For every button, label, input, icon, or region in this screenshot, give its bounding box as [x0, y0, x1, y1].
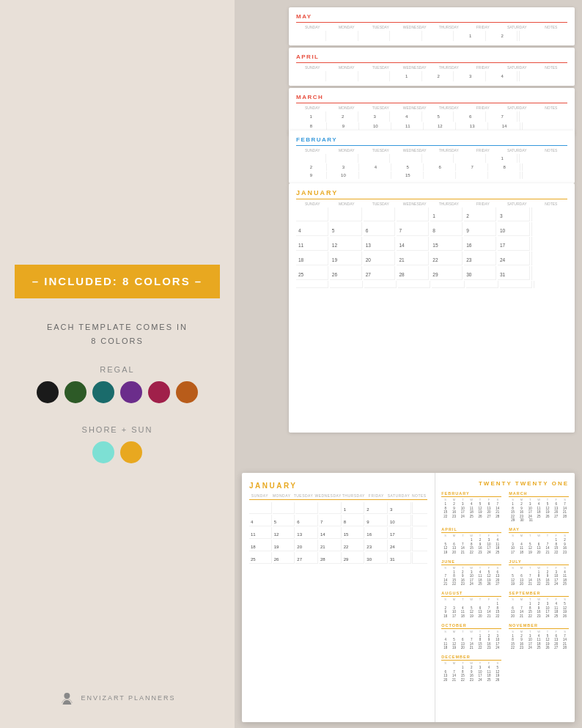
cal-march-title: MARCH [296, 94, 567, 100]
large-january-page: JANUARY SUNDAY MONDAY TUESDAY WEDNESDAY … [242, 473, 435, 722]
brand-text: ENVIZART PLANNERS [81, 694, 175, 702]
year-overview-page: TWENTY TWENTY ONE FEBRUARY S M T W T F S [435, 473, 575, 722]
mini-cal-dec: DECEMBER SMTWTFS 12345 6789101112 131415… [441, 655, 501, 682]
mini-cal-nov: NOVEMBER SMTWTFS 1234567 891011121314 15… [509, 623, 569, 650]
svg-point-0 [64, 693, 70, 699]
color-dot-green [65, 381, 86, 403]
brand-icon [59, 690, 75, 706]
stacked-calendars: MAY SUNDAY MONDAY TUESDAY WEDNESDAY THUR… [289, 7, 575, 447]
brand: ENVIZART PLANNERS [59, 690, 175, 706]
mini-cal-jul: JULY SMTWTFS 1234 567891011 121314151617… [509, 559, 569, 587]
cal-april: APRIL SUNDAY MONDAY TUESDAY WEDNESDAY TH… [289, 48, 575, 86]
color-dot-teal [92, 381, 114, 403]
color-dot-purple [120, 381, 142, 403]
cal-may: MAY SUNDAY MONDAY TUESDAY WEDNESDAY THUR… [289, 7, 575, 45]
subtitle: EACH TEMPLATE COMES IN 8 COLORS [47, 320, 188, 348]
left-panel: – INCLUDED: 8 COLORS – EACH TEMPLATE COM… [0, 0, 235, 728]
large-spread: JANUARY SUNDAY MONDAY TUESDAY WEDNESDAY … [242, 473, 575, 722]
cal-january-small: JANUARY SUNDAY MONDAY TUESDAY WEDNESDAY … [289, 183, 575, 433]
mini-cal-jun: JUNE SMTWTFS 123456 78910111213 14151617… [441, 559, 501, 587]
cal-april-title: APRIL [296, 54, 567, 60]
large-january-title: JANUARY [249, 482, 427, 490]
cal-may-title: MAY [296, 13, 567, 20]
regal-label: REGAL [100, 365, 134, 374]
color-dot-yellow [120, 441, 142, 463]
color-dot-black [37, 381, 59, 403]
cal-march: MARCH SUNDAY MONDAY TUESDAY WEDNESDAY TH… [289, 88, 575, 134]
mini-cal-oct: OCTOBER SMTWTFS 123 45678910 11121314151… [441, 623, 501, 650]
right-panel: MAY SUNDAY MONDAY TUESDAY WEDNESDAY THUR… [235, 0, 582, 728]
regal-colors [37, 381, 198, 403]
color-dot-cyan [92, 441, 114, 463]
year-title: TWENTY TWENTY ONE [441, 480, 569, 487]
color-dot-orange [176, 381, 198, 403]
shore-label: SHORE + SUN [82, 425, 153, 434]
mini-cal-aug: AUGUST SMTWTFS 1 2345678 9101112131415 1… [441, 591, 501, 618]
color-dot-crimson [148, 381, 170, 403]
mini-cal-mar: MARCH SMTWTFS 1234567 891011121314 15161… [509, 491, 569, 522]
banner: – INCLUDED: 8 COLORS – [15, 265, 220, 298]
mini-calendars-grid: FEBRUARY S M T W T F S 1234567 891011121… [441, 491, 569, 682]
cal-february: FEBRUARY SUNDAY MONDAY TUESDAY WEDNESDAY… [289, 130, 575, 183]
shore-colors [92, 441, 142, 463]
cal-january-title: JANUARY [296, 189, 567, 196]
banner-text: – INCLUDED: 8 COLORS – [32, 275, 202, 287]
mini-cal-feb: FEBRUARY S M T W T F S 1234567 891011121… [441, 491, 501, 522]
mini-cal-sep: SEPTEMBER SMTWTFS 12345 6789101112 13141… [509, 591, 569, 618]
cal-february-title: FEBRUARY [296, 136, 567, 143]
mini-cal-may: MAY SMTWTFS 12 3456789 10111213141516 17… [509, 527, 569, 554]
mini-cal-apr: APRIL SMTWTFS 1234 567891011 12131415161… [441, 527, 501, 554]
